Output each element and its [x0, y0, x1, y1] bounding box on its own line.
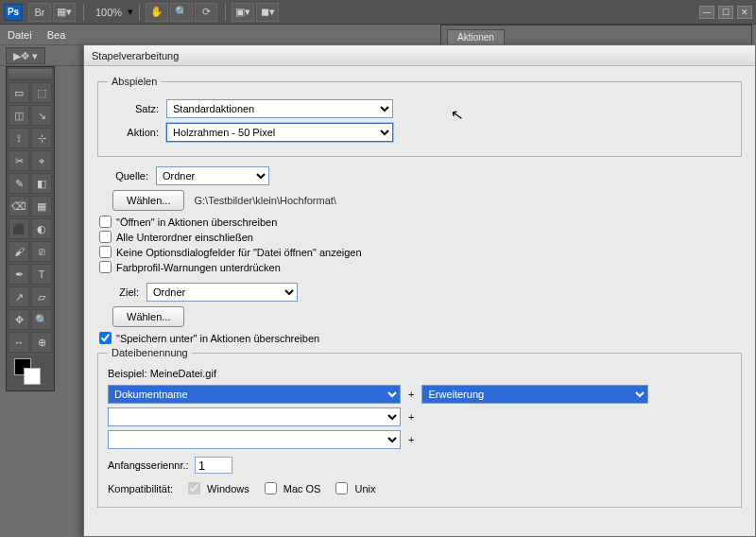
- tool-slot-17[interactable]: T: [31, 264, 52, 285]
- tool-slot-22[interactable]: ↔: [9, 332, 29, 353]
- separator: [139, 4, 140, 21]
- suppress-open-dialogs-label: Keine Optionsdialogfelder für "Datei öff…: [116, 247, 362, 258]
- action-select[interactable]: Holzrahmen - 50 Pixel: [166, 123, 393, 142]
- zoom-level[interactable]: 100%: [95, 7, 122, 18]
- minimize-button[interactable]: —: [699, 6, 714, 19]
- example-value: MeineDatei.gif: [150, 368, 216, 379]
- app-logo: Ps: [4, 4, 23, 21]
- compat-unix-checkbox[interactable]: [335, 482, 348, 494]
- compat-windows-checkbox: [188, 482, 200, 494]
- tool-slot-0[interactable]: ▭: [9, 82, 29, 103]
- tools-panel: ▭⬚◫↘⟟⊹✂⌖✎◧⌫▦⬛◐🖌⎚✒T↗▱✥🔍↔⊕: [6, 66, 55, 391]
- background-color[interactable]: [24, 368, 41, 385]
- tool-slot-11[interactable]: ▦: [31, 196, 52, 217]
- tool-slot-5[interactable]: ⊹: [31, 128, 52, 148]
- actions-panel: Aktionen: [440, 25, 752, 45]
- naming-fieldset: Dateibenennung Beispiel: MeineDatei.gif …: [97, 347, 742, 508]
- tools-panel-grip[interactable]: [9, 69, 52, 80]
- compat-unix-label: Unix: [354, 483, 375, 494]
- tool-slot-21[interactable]: 🔍: [31, 309, 52, 330]
- menu-file[interactable]: Datei: [8, 29, 32, 41]
- tool-slot-1[interactable]: ⬚: [31, 82, 52, 103]
- play-fieldset: Abspielen Satz: Standardaktionen Aktion:…: [97, 76, 742, 157]
- name-token-3-select[interactable]: [108, 407, 401, 426]
- action-label: Aktion:: [108, 127, 159, 138]
- tool-slot-3[interactable]: ↘: [31, 105, 52, 126]
- color-swatches[interactable]: [9, 356, 52, 389]
- tool-slot-12[interactable]: ⬛: [9, 218, 29, 239]
- tool-slot-23[interactable]: ⊕: [31, 332, 52, 353]
- hand-tool-button[interactable]: ✋: [146, 3, 168, 22]
- menu-edit[interactable]: Bea: [47, 29, 66, 41]
- source-path: G:\Testbilder\klein\Hochformat\: [194, 195, 335, 206]
- tool-slot-6[interactable]: ✂: [9, 150, 29, 171]
- set-select[interactable]: Standardaktionen: [166, 99, 393, 118]
- include-subfolders-checkbox[interactable]: [99, 231, 112, 243]
- plus-icon: +: [408, 411, 414, 423]
- compat-label: Kompatibilität:: [108, 483, 173, 494]
- naming-legend: Dateibenennung: [108, 347, 192, 358]
- tool-slot-4[interactable]: ⟟: [9, 128, 29, 148]
- suppress-color-warnings-checkbox[interactable]: [99, 261, 112, 273]
- tool-slot-20[interactable]: ✥: [9, 309, 29, 330]
- override-open-checkbox[interactable]: [99, 216, 112, 228]
- start-serial-input[interactable]: [195, 457, 232, 474]
- tool-slot-16[interactable]: ✒: [9, 264, 29, 285]
- include-subfolders-label: Alle Unterordner einschließen: [116, 232, 253, 243]
- tool-slot-15[interactable]: ⎚: [31, 241, 52, 262]
- name-token-2-select[interactable]: Erweiterung: [421, 385, 648, 404]
- tool-slot-14[interactable]: 🖌: [9, 241, 29, 262]
- tool-slot-10[interactable]: ⌫: [9, 196, 29, 217]
- play-legend: Abspielen: [108, 76, 161, 87]
- source-label: Quelle:: [97, 170, 148, 182]
- plus-icon: +: [408, 434, 414, 445]
- start-serial-label: Anfangsseriennr.:: [108, 459, 189, 471]
- tool-slot-8[interactable]: ✎: [9, 173, 29, 194]
- example-label: Beispiel:: [108, 368, 147, 379]
- maximize-button[interactable]: ☐: [718, 6, 733, 19]
- set-label: Satz:: [108, 103, 159, 114]
- arrange-docs-button[interactable]: ▣▾: [232, 3, 254, 22]
- separator: [225, 4, 226, 21]
- zoom-tool-button[interactable]: 🔍: [170, 3, 193, 22]
- name-token-5-select[interactable]: [108, 430, 401, 449]
- destination-select[interactable]: Ordner: [146, 283, 298, 302]
- destination-label: Ziel:: [97, 286, 139, 298]
- tool-slot-19[interactable]: ▱: [31, 286, 52, 307]
- suppress-open-dialogs-checkbox[interactable]: [99, 246, 112, 258]
- active-tool-indicator[interactable]: ▶✥ ▾: [6, 47, 45, 64]
- dialog-title: Stapelverarbeitung: [84, 45, 755, 66]
- compat-mac-checkbox[interactable]: [265, 482, 277, 494]
- override-save-checkbox[interactable]: [99, 332, 112, 344]
- source-select[interactable]: Ordner: [156, 166, 269, 185]
- tool-slot-2[interactable]: ◫: [9, 105, 29, 126]
- tool-slot-13[interactable]: ◐: [31, 218, 52, 239]
- app-topbar: Ps Br ▦▾ 100%▾ ✋ 🔍 ⟳ ▣▾ ◼▾ — ☐ ✕: [0, 0, 756, 25]
- screen-layout-button[interactable]: ◼▾: [256, 3, 279, 22]
- plus-icon: +: [408, 389, 414, 400]
- source-choose-button[interactable]: Wählen...: [112, 190, 184, 211]
- tool-slot-18[interactable]: ↗: [9, 286, 29, 307]
- compat-windows-label: Windows: [207, 483, 249, 494]
- override-open-label: "Öffnen" in Aktionen überschreiben: [116, 217, 277, 228]
- separator: [83, 4, 84, 21]
- override-save-label: "Speichern unter" in Aktionen überschrei…: [116, 333, 319, 344]
- compat-mac-label: Mac OS: [284, 483, 321, 494]
- suppress-color-warnings-label: Farbprofil-Warnungen unterdrücken: [116, 262, 281, 273]
- dest-choose-button[interactable]: Wählen...: [112, 306, 184, 327]
- bridge-button[interactable]: Br: [28, 3, 51, 22]
- actions-tab[interactable]: Aktionen: [447, 29, 505, 44]
- screen-mode-button[interactable]: ▦▾: [53, 3, 76, 22]
- tool-slot-7[interactable]: ⌖: [31, 150, 52, 171]
- rotate-view-button[interactable]: ⟳: [195, 3, 217, 22]
- close-button[interactable]: ✕: [737, 6, 752, 19]
- tool-slot-9[interactable]: ◧: [31, 173, 52, 194]
- name-token-1-select[interactable]: Dokumentname: [108, 385, 401, 404]
- batch-dialog: Stapelverarbeitung ↖ Abspielen Satz: Sta…: [83, 44, 756, 537]
